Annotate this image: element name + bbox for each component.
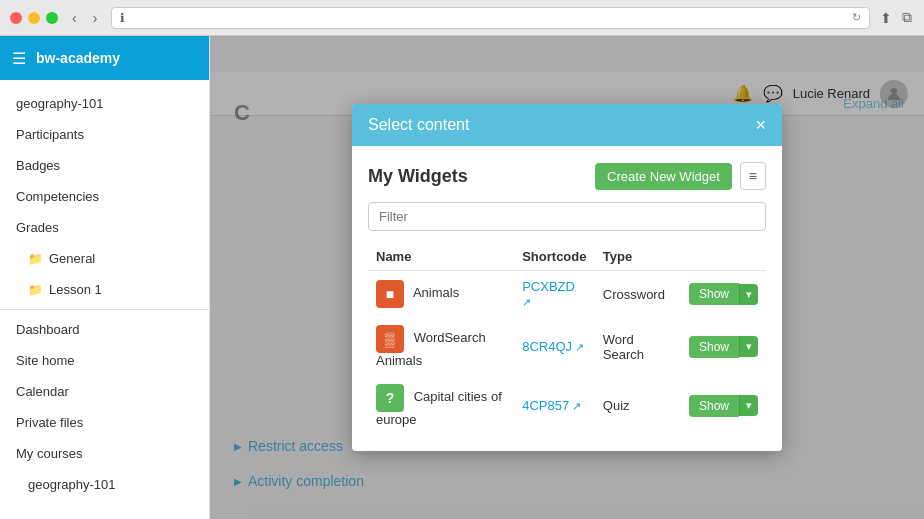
show-caret-wordsearch[interactable]: ▾ <box>739 336 758 357</box>
col-name: Name <box>368 243 514 271</box>
sidebar-item-general[interactable]: 📁 General <box>0 243 209 274</box>
table-row: ▒ WordSearch Animals 8CR4QJ Word Search … <box>368 317 766 376</box>
widget-name-cell: ▒ WordSearch Animals <box>368 317 514 376</box>
sidebar-item-grades[interactable]: Grades <box>0 212 209 243</box>
quiz-icon: ? <box>376 384 404 412</box>
new-tab-button[interactable]: ⧉ <box>900 7 914 28</box>
fullscreen-button-tl[interactable] <box>46 12 58 24</box>
main-content: 🔔 💬 Lucie Renard C Expand all Restrict a… <box>210 36 924 519</box>
sidebar-item-privatefiles[interactable]: Private files <box>0 407 209 438</box>
sidebar-item-badges[interactable]: Badges <box>0 150 209 181</box>
shortcode-link-wordsearch[interactable]: 8CR4QJ <box>522 339 584 354</box>
widgets-menu-button[interactable]: ≡ <box>740 162 766 190</box>
show-button-wordsearch[interactable]: Show <box>689 336 739 358</box>
sidebar-item-dashboard[interactable]: Dashboard <box>0 314 209 345</box>
modal-title: Select content <box>368 116 469 134</box>
sidebar-item-geography-sub[interactable]: geography-101 <box>0 469 209 500</box>
brand-name: bw-academy <box>36 50 120 66</box>
action-cell-animals: Show ▾ <box>681 271 766 318</box>
share-button[interactable]: ⬆ <box>878 7 894 28</box>
sidebar-item-mycourses[interactable]: My courses <box>0 438 209 469</box>
modal-header: Select content × <box>352 104 782 146</box>
forward-button[interactable]: › <box>87 8 104 28</box>
sidebar-item-lesson1[interactable]: 📁 Lesson 1 <box>0 274 209 305</box>
table-header-row: Name Shortcode Type <box>368 243 766 271</box>
minimize-button-tl[interactable] <box>28 12 40 24</box>
shortcode-cell-quiz: 4CP857 <box>514 376 595 435</box>
widgets-actions: Create New Widget ≡ <box>595 162 766 190</box>
type-cell-quiz: Quiz <box>595 376 681 435</box>
crossword-icon: ■ <box>376 280 404 308</box>
sidebar-item-general-label: General <box>49 251 95 266</box>
col-type: Type <box>595 243 681 271</box>
sidebar-item-sitehome[interactable]: Site home <box>0 345 209 376</box>
sidebar-item-lesson1-label: Lesson 1 <box>49 282 102 297</box>
folder-icon-lesson: 📁 <box>28 283 43 297</box>
sidebar-item-participants[interactable]: Participants <box>0 119 209 150</box>
col-action <box>681 243 766 271</box>
modal-overlay: Select content × My Widgets Create New W… <box>210 36 924 519</box>
browser-chrome: ‹ › ℹ ↻ ⬆ ⧉ <box>0 0 924 36</box>
show-btn-group-wordsearch: Show ▾ <box>689 336 758 358</box>
browser-actions: ⬆ ⧉ <box>878 7 914 28</box>
widget-name-cell: ■ Animals <box>368 271 514 318</box>
modal-dialog: Select content × My Widgets Create New W… <box>352 104 782 451</box>
create-new-widget-button[interactable]: Create New Widget <box>595 163 732 190</box>
nav-buttons: ‹ › <box>66 8 103 28</box>
action-cell-wordsearch: Show ▾ <box>681 317 766 376</box>
sidebar-item-calendar[interactable]: Calendar <box>0 376 209 407</box>
sidebar-item-competencies[interactable]: Competencies <box>0 181 209 212</box>
traffic-lights <box>10 12 58 24</box>
widget-name-animals[interactable]: Animals <box>413 285 459 300</box>
close-button-tl[interactable] <box>10 12 22 24</box>
refresh-icon: ↻ <box>852 11 861 24</box>
shortcode-link-quiz[interactable]: 4CP857 <box>522 398 581 413</box>
show-button-quiz[interactable]: Show <box>689 395 739 417</box>
info-icon: ℹ <box>120 11 125 25</box>
address-bar[interactable]: ℹ ↻ <box>111 7 870 29</box>
widgets-title: My Widgets <box>368 166 468 187</box>
folder-icon: 📁 <box>28 252 43 266</box>
table-row: ? Capital cities of europe 4CP857 Quiz S… <box>368 376 766 435</box>
sidebar-item-geography[interactable]: geography-101 <box>0 88 209 119</box>
hamburger-icon[interactable]: ☰ <box>12 49 26 68</box>
modal-body: My Widgets Create New Widget ≡ Name <box>352 146 782 451</box>
widgets-header: My Widgets Create New Widget ≡ <box>368 162 766 190</box>
sidebar-nav: geography-101 Participants Badges Compet… <box>0 80 209 508</box>
widget-name-cell: ? Capital cities of europe <box>368 376 514 435</box>
shortcode-link-animals[interactable]: PCXBZD <box>522 279 575 309</box>
sidebar-header: ☰ bw-academy <box>0 36 209 80</box>
show-btn-group-animals: Show ▾ <box>689 283 758 305</box>
modal-close-button[interactable]: × <box>755 116 766 134</box>
action-cell-quiz: Show ▾ <box>681 376 766 435</box>
shortcode-cell-animals: PCXBZD <box>514 271 595 318</box>
app-container: ☰ bw-academy geography-101 Participants … <box>0 36 924 519</box>
sidebar-divider <box>0 309 209 310</box>
widgets-table: Name Shortcode Type ■ Anima <box>368 243 766 435</box>
col-shortcode: Shortcode <box>514 243 595 271</box>
wordsearch-icon: ▒ <box>376 325 404 353</box>
show-caret-quiz[interactable]: ▾ <box>739 395 758 416</box>
table-row: ■ Animals PCXBZD Crossword Show <box>368 271 766 318</box>
type-cell-wordsearch: Word Search <box>595 317 681 376</box>
back-button[interactable]: ‹ <box>66 8 83 28</box>
show-button-animals[interactable]: Show <box>689 283 739 305</box>
sidebar: ☰ bw-academy geography-101 Participants … <box>0 36 210 519</box>
show-btn-group-quiz: Show ▾ <box>689 395 758 417</box>
show-caret-animals[interactable]: ▾ <box>739 284 758 305</box>
filter-input[interactable] <box>368 202 766 231</box>
shortcode-cell-wordsearch: 8CR4QJ <box>514 317 595 376</box>
type-cell-animals: Crossword <box>595 271 681 318</box>
